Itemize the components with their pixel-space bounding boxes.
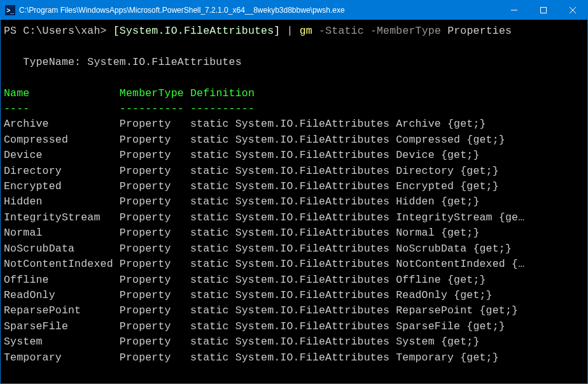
cmdlet-name: gm (300, 25, 312, 37)
underline-definition: ---------- (190, 103, 255, 115)
underline-membertype: ---------- (120, 103, 184, 115)
minimize-button[interactable] (500, 1, 529, 20)
close-icon (570, 7, 576, 13)
maximize-icon (540, 7, 547, 13)
param-static: -Static (319, 25, 364, 37)
app-icon: >_ (5, 5, 15, 15)
pipe-symbol: | (287, 25, 293, 37)
header-definition: Definition (190, 87, 255, 99)
bracket-open: [ (113, 25, 120, 37)
typename-line: TypeName: System.IO.FileAttributes (4, 56, 242, 68)
svg-rect-0 (541, 8, 547, 13)
type-name: System.IO.FileAttributes (120, 25, 274, 37)
header-membertype: MemberType (120, 87, 184, 99)
maximize-button[interactable] (529, 1, 558, 20)
output-rows: Archive Property static System.IO.FileAt… (4, 117, 584, 366)
close-button[interactable] (558, 1, 587, 20)
bracket-close: ] (274, 25, 280, 37)
arg-properties: Properties (447, 25, 512, 37)
param-membertype: -MemberType (370, 25, 441, 37)
terminal-content[interactable]: PS C:\Users\xah> [System.IO.FileAttribut… (1, 20, 587, 367)
window-title: C:\Program Files\WindowsApps\Microsoft.P… (19, 6, 500, 15)
titlebar[interactable]: >_ C:\Program Files\WindowsApps\Microsof… (1, 1, 587, 20)
underline-name: ---- (4, 103, 29, 115)
header-name: Name (4, 87, 29, 99)
pwsh-window: >_ C:\Program Files\WindowsApps\Microsof… (0, 0, 588, 384)
window-controls (500, 1, 587, 20)
minimize-icon (511, 7, 517, 13)
prompt-prefix: PS C:\Users\xah> (4, 25, 107, 37)
